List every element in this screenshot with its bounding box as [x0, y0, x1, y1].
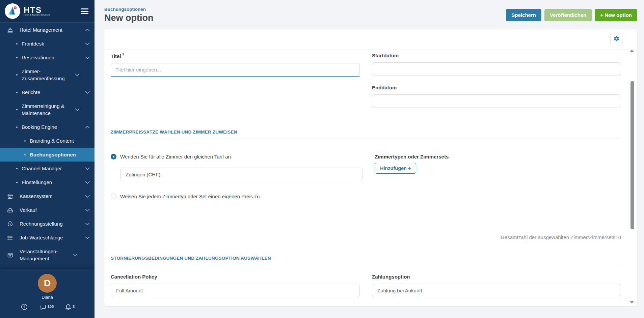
date-fields-group: Startdatum Enddatum [372, 53, 621, 108]
payment-group: Zahlungsoption Zahlung bei Ankunft [372, 274, 621, 297]
chevron-down-icon [85, 223, 90, 225]
user-name: Diana [42, 295, 53, 300]
bullet-icon [16, 109, 18, 110]
sidebar-item-reservationen[interactable]: Reservationen [0, 51, 95, 64]
svg-text:?: ? [23, 305, 25, 309]
dates-grid: Titel? Startdatum Enddatum [111, 53, 621, 108]
storefront-icon [7, 193, 14, 200]
avatar[interactable]: D [38, 274, 57, 293]
sidebar-item-booking-engine[interactable]: Booking Engine [0, 120, 95, 134]
payment-select[interactable]: Zahlung bei Ankunft [372, 284, 621, 297]
enddatum-label: Enddatum [372, 85, 621, 90]
radio-same-rate[interactable]: Wenden Sie für alle Zimmer den gleichen … [111, 154, 363, 160]
chat-badge: 100 [48, 305, 54, 309]
roomtypes-label: Zimmertypen oder Zimmersets [375, 154, 621, 160]
sidebar-item-verkauf[interactable]: Verkauf [0, 203, 95, 217]
brand-text: HTS Hotel & Tourism Solutions [24, 6, 50, 16]
footer-icons: ? 100 3 [21, 303, 74, 312]
sidebar-item-kalender[interactable]: Kalender [0, 265, 95, 269]
sidebar-item-einstellungen[interactable]: Einstellungen [0, 175, 95, 189]
page-title: New option [104, 13, 153, 23]
rate-options-group: Wenden Sie für alle Zimmer den gleichen … [111, 154, 363, 199]
chevron-down-icon [85, 236, 90, 239]
logo-row: HTS Hotel & Tourism Solutions [0, 0, 95, 23]
rate-select[interactable]: Zofingen (CHF) [120, 168, 363, 181]
section-policy-heading: STORNIERUNGSBEDINGUNGEN UND ZAHLUNGSOPTI… [111, 256, 621, 265]
new-option-button[interactable]: + New option [595, 9, 637, 21]
hts-logo[interactable] [5, 3, 20, 19]
add-roomtype-button[interactable]: Hinzufügen + [375, 163, 416, 174]
sidebar-item-zimmerreinigung-maintenance[interactable]: Zimmerreinigung & Maintenance [0, 99, 95, 120]
chevron-down-icon [75, 74, 80, 76]
svg-text:$: $ [9, 223, 11, 225]
gear-icon [613, 35, 620, 43]
calendar-star-icon [7, 252, 14, 258]
settings-button[interactable] [610, 33, 622, 45]
startdatum-input[interactable] [372, 62, 621, 76]
sidebar-item-branding-content[interactable]: Branding & Content [0, 134, 95, 148]
sidebar-nav: Hotel Management Frontdesk Reservationen… [0, 23, 95, 269]
main-content: Buchungsoptionen New option Speichern Ve… [95, 0, 644, 318]
cancellation-label: Cancellation Policy [111, 274, 360, 280]
chevron-down-icon [85, 167, 90, 170]
cash-register-icon [7, 207, 14, 213]
help-icon[interactable]: ? [21, 303, 28, 312]
bullet-icon [24, 154, 26, 155]
chevron-up-icon [85, 126, 90, 128]
bell-badge: 3 [73, 305, 75, 309]
title-block: Buchungsoptionen New option [104, 7, 153, 23]
radio-own-rate[interactable]: Weisen Sie jedem Zimmertyp oder Set eine… [111, 194, 363, 199]
sidebar-item-frontdesk[interactable]: Frontdesk [0, 37, 95, 51]
sidebar-item-job-warteschlange[interactable]: Job-Warteschlange [0, 231, 95, 244]
cancellation-group: Cancellation Policy Full Amount [111, 274, 360, 297]
sidebar-item-channel-manager[interactable]: Channel Manager [0, 162, 95, 175]
bullet-icon [16, 74, 18, 76]
sidebar-item-rechnungsstellung[interactable]: $ Rechnungsstellung [0, 217, 95, 231]
cloche-icon [7, 27, 14, 33]
app-root: HTS Hotel & Tourism Solutions Hotel Mana… [0, 0, 644, 318]
radio-selected-icon[interactable] [111, 154, 116, 160]
titel-label: Titel? [111, 53, 360, 59]
section-rooms-heading: ZIMMERPREISSÄTZE WÄHLEN UND ZIMMER ZUWEI… [111, 129, 621, 139]
scrollbar-thumb[interactable] [630, 81, 634, 229]
sidebar-item-veranstaltungen-management[interactable]: Veranstaltungen-Management [0, 244, 95, 265]
sidebar-footer: D Diana ? 100 3 [0, 269, 95, 318]
sidebar-item-kassensystem[interactable]: Kassensystem [0, 189, 95, 203]
publish-button[interactable]: Veröffentlichen [544, 9, 592, 21]
hamburger-menu-icon[interactable] [81, 8, 88, 14]
sidebar: HTS Hotel & Tourism Solutions Hotel Mana… [0, 0, 95, 318]
scrollbar-down-arrow[interactable] [630, 301, 634, 303]
chevron-down-icon [85, 91, 90, 94]
bullet-icon [16, 92, 18, 93]
sidebar-item-buchungsoptionen[interactable]: Buchungsoptionen [0, 148, 95, 162]
sidebar-item-hotel-management[interactable]: Hotel Management [0, 23, 95, 37]
bullet-icon [16, 168, 18, 169]
chevron-down-icon [85, 195, 90, 198]
scrollbar-up-arrow[interactable] [630, 50, 634, 52]
sidebar-item-berichte[interactable]: Berichte [0, 85, 95, 99]
rooms-grid: Wenden Sie für alle Zimmer den gleichen … [111, 154, 621, 199]
help-tooltip-icon[interactable]: ? [122, 53, 125, 57]
cancellation-select[interactable]: Full Amount [111, 284, 360, 297]
form-card: Titel? Startdatum Enddatum ZIMMERPREISSÄ… [104, 29, 637, 306]
bell-icon[interactable]: 3 [64, 303, 74, 312]
chevron-down-icon [85, 56, 90, 59]
brand-name: HTS [24, 6, 50, 14]
form-scroll-area: Titel? Startdatum Enddatum ZIMMERPREISSÄ… [104, 50, 637, 301]
total-selected-text: Gesamtzahl der ausgewählten Zimmer/Zimme… [111, 234, 621, 240]
payment-label: Zahlungsoption [372, 274, 621, 280]
enddatum-input[interactable] [372, 94, 621, 108]
bullet-icon [24, 140, 26, 142]
radio-unselected-icon[interactable] [111, 194, 116, 199]
save-button[interactable]: Speichern [506, 9, 541, 21]
header-buttons: Speichern Veröffentlichen + New option [506, 9, 637, 21]
breadcrumb[interactable]: Buchungsoptionen [104, 7, 153, 12]
titel-input[interactable] [111, 63, 360, 77]
chat-icon[interactable]: 100 [39, 303, 53, 312]
chevron-down-icon [75, 108, 80, 111]
startdatum-label: Startdatum [372, 53, 621, 58]
money-bag-icon: $ [7, 221, 14, 227]
bullet-icon [16, 57, 18, 58]
brand-tagline: Hotel & Tourism Solutions [24, 14, 50, 16]
sidebar-item-zimmer-zusammenfassung[interactable]: Zimmer-Zusammenfassung [0, 64, 95, 85]
